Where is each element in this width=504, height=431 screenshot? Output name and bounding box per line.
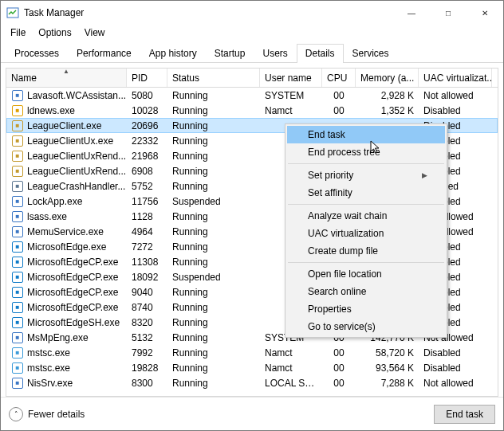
context-menu-item[interactable]: End process tree bbox=[287, 143, 445, 161]
process-icon: ■ bbox=[11, 210, 24, 223]
context-menu-item[interactable]: Set affinity bbox=[287, 184, 445, 202]
minimize-button[interactable]: — bbox=[393, 1, 430, 25]
tab-services[interactable]: Services bbox=[344, 44, 398, 63]
column-header[interactable]: Memory (a... bbox=[356, 69, 419, 87]
context-menu-item[interactable]: End task bbox=[287, 126, 445, 143]
footer: ˄ Fewer details End task bbox=[1, 397, 503, 430]
tab-startup[interactable]: Startup bbox=[206, 44, 254, 63]
process-name: MicrosoftEdge.exe bbox=[27, 241, 106, 253]
process-name: MicrosoftEdgeCP.exe bbox=[27, 302, 119, 313]
process-name: MicrosoftEdgeCP.exe bbox=[27, 287, 119, 298]
chevron-up-icon: ˄ bbox=[9, 407, 23, 421]
table-row[interactable]: ■mstsc.exe7992RunningNamct0058,720 KDisa… bbox=[6, 345, 498, 360]
process-name: MicrosoftEdgeCP.exe bbox=[27, 272, 119, 283]
table-row[interactable]: ■mstsc.exe19828RunningNamct0093,564 KDis… bbox=[6, 360, 498, 375]
process-icon: ■ bbox=[11, 301, 24, 314]
fewer-details-label: Fewer details bbox=[28, 409, 85, 420]
process-icon: ■ bbox=[11, 271, 24, 284]
process-name: Lavasoft.WCAssistan... bbox=[27, 90, 126, 101]
context-menu-item[interactable]: Analyze wait chain bbox=[287, 207, 445, 225]
column-header[interactable]: ▲Name bbox=[6, 69, 127, 87]
process-name: MicrosoftEdgeSH.exe bbox=[27, 317, 120, 328]
process-name: LeagueClient.exe bbox=[27, 120, 101, 131]
process-icon: ■ bbox=[11, 347, 24, 359]
end-task-button[interactable]: End task bbox=[434, 405, 495, 424]
tab-processes[interactable]: Processes bbox=[6, 44, 68, 63]
maximize-button[interactable]: □ bbox=[430, 1, 467, 25]
menubar: FileOptionsView bbox=[1, 25, 503, 40]
context-menu-item[interactable]: Go to service(s) bbox=[287, 318, 445, 335]
column-header[interactable]: CPU bbox=[322, 69, 356, 87]
context-menu-separator bbox=[288, 163, 444, 164]
task-manager-window: Task Manager — □ ✕ FileOptionsView Proce… bbox=[0, 0, 504, 431]
titlebar: Task Manager — □ ✕ bbox=[1, 1, 503, 25]
process-name: lsass.exe bbox=[27, 211, 67, 222]
process-icon: ■ bbox=[11, 104, 24, 117]
process-name: LeagueClientUxRend... bbox=[27, 166, 126, 177]
table-row[interactable]: ■NisSrv.exe8300RunningLOCAL SE...007,288… bbox=[6, 375, 498, 390]
window-controls: — □ ✕ bbox=[393, 1, 503, 25]
context-menu-item[interactable]: Open file location bbox=[287, 265, 445, 283]
menu-view[interactable]: View bbox=[78, 26, 112, 39]
process-icon: ■ bbox=[11, 331, 24, 344]
column-header[interactable]: User name bbox=[260, 69, 322, 87]
column-header[interactable]: Status bbox=[167, 69, 260, 87]
fewer-details-toggle[interactable]: ˄ Fewer details bbox=[9, 407, 85, 421]
process-name: mstsc.exe bbox=[27, 362, 70, 374]
context-menu-separator bbox=[288, 204, 444, 205]
process-name: LeagueClientUxRend... bbox=[27, 151, 126, 162]
context-menu-item[interactable]: Properties bbox=[287, 300, 445, 318]
column-header[interactable]: PID bbox=[127, 69, 167, 87]
process-icon: ■ bbox=[11, 256, 24, 268]
table-row[interactable]: ■ldnews.exe10028RunningNamct001,352 KDis… bbox=[6, 103, 498, 118]
process-icon: ■ bbox=[11, 225, 24, 238]
process-icon: ■ bbox=[11, 120, 24, 132]
column-header[interactable]: UAC virtualizat... bbox=[419, 69, 492, 87]
close-button[interactable]: ✕ bbox=[467, 1, 503, 25]
column-headers: ▲NamePIDStatusUser nameCPUMemory (a...UA… bbox=[6, 68, 498, 88]
process-name: NisSrv.exe bbox=[27, 378, 73, 389]
tab-details[interactable]: Details bbox=[297, 44, 344, 63]
submenu-arrow-icon: ▶ bbox=[422, 171, 427, 179]
tab-bar: ProcessesPerformanceApp historyStartupUs… bbox=[1, 40, 503, 63]
process-name: MsMpEng.exe bbox=[27, 332, 89, 343]
process-icon: ■ bbox=[11, 377, 24, 390]
process-icon: ■ bbox=[11, 89, 24, 102]
context-menu-item[interactable]: UAC virtualization bbox=[287, 225, 445, 242]
menu-file[interactable]: File bbox=[4, 26, 32, 39]
context-menu-separator bbox=[288, 262, 444, 263]
context-menu-item[interactable]: Set priority▶ bbox=[287, 167, 445, 184]
process-icon: ■ bbox=[11, 286, 24, 299]
process-icon: ■ bbox=[11, 362, 24, 374]
tab-users[interactable]: Users bbox=[254, 44, 296, 63]
app-icon bbox=[6, 6, 19, 19]
process-icon: ■ bbox=[11, 150, 24, 163]
process-name: MemuService.exe bbox=[27, 226, 104, 237]
context-menu[interactable]: End taskEnd process treeSet priority▶Set… bbox=[285, 123, 447, 338]
process-icon: ■ bbox=[11, 165, 24, 178]
process-name: LeagueCrashHandler... bbox=[27, 181, 125, 192]
tab-performance[interactable]: Performance bbox=[68, 44, 140, 63]
process-icon: ■ bbox=[11, 316, 24, 329]
process-icon: ■ bbox=[11, 180, 24, 193]
tab-app-history[interactable]: App history bbox=[140, 44, 206, 63]
process-name: MicrosoftEdgeCP.exe bbox=[27, 257, 119, 268]
process-name: LeagueClientUx.exe bbox=[27, 135, 113, 147]
process-icon: ■ bbox=[11, 195, 24, 208]
process-name: ldnews.exe bbox=[27, 105, 75, 116]
sort-ascending-icon: ▲ bbox=[63, 69, 69, 75]
menu-options[interactable]: Options bbox=[32, 26, 77, 39]
context-menu-item[interactable]: Create dump file bbox=[287, 242, 445, 260]
process-name: LockApp.exe bbox=[27, 196, 82, 207]
svg-rect-0 bbox=[7, 8, 18, 18]
process-icon: ■ bbox=[11, 241, 24, 253]
window-title: Task Manager bbox=[24, 7, 84, 18]
context-menu-item[interactable]: Search online bbox=[287, 283, 445, 300]
process-icon: ■ bbox=[11, 135, 24, 147]
process-name: mstsc.exe bbox=[27, 347, 70, 359]
table-row[interactable]: ■Lavasoft.WCAssistan...5080RunningSYSTEM… bbox=[6, 88, 498, 103]
